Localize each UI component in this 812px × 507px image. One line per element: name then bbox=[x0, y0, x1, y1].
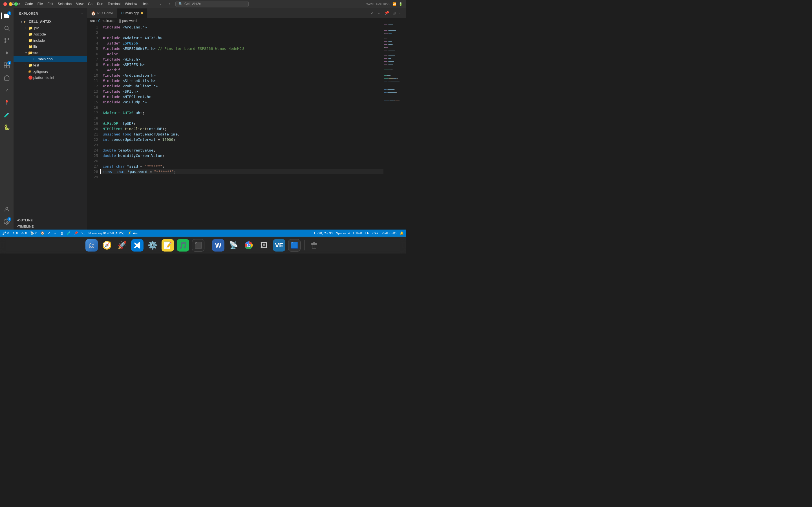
sidebar-item-gitignore[interactable]: ◉ .gitignore bbox=[13, 68, 87, 74]
sidebar-item-include[interactable]: › 📁 include bbox=[13, 37, 87, 43]
dock-chrome[interactable] bbox=[242, 239, 255, 252]
outline-header[interactable]: › Outline bbox=[13, 217, 87, 223]
status-spaces[interactable]: Spaces: 4 bbox=[336, 231, 350, 235]
close-button[interactable] bbox=[3, 2, 7, 6]
dock-vscode[interactable] bbox=[131, 239, 144, 252]
activity-pio-home[interactable] bbox=[1, 72, 12, 83]
status-encoding[interactable]: UTF-8 bbox=[353, 231, 362, 235]
dock-word[interactable]: W bbox=[212, 239, 225, 252]
status-line-ending[interactable]: LF bbox=[365, 231, 369, 235]
unsaved-dot bbox=[141, 12, 143, 14]
activity-explorer[interactable]: 1 bbox=[1, 10, 12, 21]
dock-teamviewer[interactable]: 📡 bbox=[227, 239, 240, 252]
svg-rect-8 bbox=[4, 66, 6, 68]
line-number: 9 bbox=[89, 67, 98, 73]
activity-pio-checkmark[interactable]: ✓ bbox=[1, 84, 12, 96]
sidebar-item-vscode[interactable]: › 📁 .vscode bbox=[13, 31, 87, 37]
symbol-icon: {} bbox=[119, 19, 121, 23]
tab-pio-home[interactable]: 🏠 PIO Home bbox=[87, 8, 117, 18]
tab-main-cpp[interactable]: C main.cpp bbox=[117, 8, 147, 18]
dock-terminal[interactable]: ⬛ bbox=[192, 239, 205, 252]
menu-run[interactable]: Run bbox=[95, 0, 105, 8]
status-ln-col[interactable]: Ln 28, Col 30 bbox=[314, 231, 333, 235]
code-line: #include <WiFiUdp.h> bbox=[100, 100, 384, 105]
dock-finder[interactable]: 🗂 bbox=[85, 239, 98, 252]
status-term[interactable]: >_ bbox=[82, 231, 85, 235]
dock-safari[interactable]: 🧭 bbox=[100, 239, 113, 252]
sidebar-item-pio[interactable]: › 📁 .pio bbox=[13, 25, 87, 31]
activity-accounts[interactable] bbox=[1, 204, 12, 215]
dock-trash[interactable]: 🗑 bbox=[308, 239, 321, 252]
code-line: WiFiUDP ntpUDP; bbox=[100, 121, 384, 126]
nav-back-button[interactable]: ‹ bbox=[157, 1, 164, 7]
status-env[interactable]: ⚙ env:esp01 (Cell_Aht2x) bbox=[88, 231, 124, 235]
dock-spotify[interactable]: 🎵 bbox=[176, 239, 190, 252]
status-platform[interactable]: PlatformIO bbox=[382, 231, 396, 235]
menu-selection[interactable]: Selection bbox=[56, 0, 74, 8]
nav-forward-button[interactable]: › bbox=[166, 1, 173, 7]
breadcrumb-symbol[interactable]: {} password bbox=[119, 19, 137, 23]
menu-edit[interactable]: Edit bbox=[45, 0, 56, 8]
status-checkmark[interactable]: ✓ bbox=[48, 231, 50, 235]
activity-beaker[interactable]: 🧪 bbox=[1, 109, 12, 121]
status-lang[interactable]: C++ bbox=[372, 231, 378, 235]
sidebar-item-maincpp[interactable]: C main.cpp bbox=[13, 56, 87, 62]
breadcrumb-file-text: main.cpp bbox=[102, 19, 116, 23]
status-beaker[interactable]: 🧪 bbox=[67, 231, 71, 235]
activity-search[interactable] bbox=[1, 22, 12, 34]
timeline-header[interactable]: › Timeline bbox=[13, 223, 87, 230]
dock-notes[interactable]: 📝 bbox=[161, 239, 174, 252]
status-trash[interactable]: 🗑 bbox=[60, 231, 63, 235]
code-content[interactable]: #include <Arduino.h> #include <Adafruit_… bbox=[100, 24, 384, 230]
breadcrumb-file[interactable]: C main.cpp bbox=[98, 19, 115, 23]
menu-help[interactable]: Help bbox=[139, 0, 151, 8]
mstsc-icon: 🟦 bbox=[288, 239, 301, 251]
sidebar-more-button[interactable]: ··· bbox=[79, 11, 84, 16]
breadcrumb-src[interactable]: src bbox=[90, 19, 95, 23]
split-editor-button[interactable]: ⊞ bbox=[391, 10, 397, 16]
activity-extensions[interactable]: 1 bbox=[1, 60, 12, 71]
sidebar-item-platformio-ini[interactable]: 🔴 platformio.ini bbox=[13, 74, 87, 80]
env-label: env:esp01 (Cell_Aht2x) bbox=[92, 231, 124, 235]
sidebar-item-lib[interactable]: › 📁 lib bbox=[13, 43, 87, 50]
menu-terminal[interactable]: Terminal bbox=[105, 0, 123, 8]
status-pin[interactable]: 📌 bbox=[74, 231, 78, 235]
checkmark-button[interactable]: ✓ bbox=[370, 10, 375, 16]
status-build[interactable]: ⚡ Auto bbox=[128, 231, 139, 235]
code-line: #include <PubSubClient.h> bbox=[100, 83, 384, 89]
status-errors[interactable]: ✗ 0 bbox=[12, 231, 18, 235]
activity-source-control[interactable] bbox=[1, 35, 12, 46]
dock-mstsc[interactable]: 🟦 bbox=[288, 239, 301, 252]
tree-root[interactable]: ▾ ▾ CELL_AHT2X bbox=[13, 18, 87, 25]
dock-vnc[interactable]: VE bbox=[273, 239, 286, 252]
menu-code[interactable]: Code bbox=[22, 0, 35, 8]
more-actions-button[interactable]: ··· bbox=[398, 10, 404, 16]
menu-window[interactable]: Window bbox=[123, 0, 139, 8]
activity-pio-pin[interactable]: 📍 bbox=[1, 97, 12, 108]
tree-root-label: CELL_AHT2X bbox=[29, 20, 52, 24]
sidebar-item-test[interactable]: › 📁 test bbox=[13, 62, 87, 68]
activity-python[interactable]: 🐍 bbox=[1, 122, 12, 133]
code-line: double humidityCurrentValue; bbox=[100, 153, 384, 158]
status-arrow[interactable]: → bbox=[54, 231, 57, 235]
status-radio[interactable]: 📡 0 bbox=[30, 231, 37, 235]
title-search-box[interactable]: 🔍 Cell_Aht2x bbox=[175, 1, 249, 7]
status-bell[interactable]: 🔔 bbox=[400, 231, 404, 235]
chevron-down-button[interactable]: ⌄ bbox=[376, 10, 382, 16]
menu-view[interactable]: View bbox=[74, 0, 86, 8]
menu-file[interactable]: File bbox=[35, 0, 45, 8]
code-line: const char *password = "*******"; bbox=[100, 169, 384, 174]
minimap[interactable] bbox=[384, 24, 406, 230]
dock-system-prefs[interactable]: ⚙️ bbox=[146, 239, 159, 252]
activity-settings[interactable]: 1 bbox=[1, 216, 12, 227]
status-home[interactable]: 🏠 bbox=[41, 231, 45, 235]
activity-run-debug[interactable] bbox=[1, 47, 12, 59]
dock-preview[interactable]: 🖼 bbox=[257, 239, 270, 252]
code-line: #include <SPIFFS.h> bbox=[100, 62, 384, 67]
sidebar-item-src[interactable]: ▾ 📂 src bbox=[13, 50, 87, 56]
dock-launchpad[interactable]: 🚀 bbox=[116, 239, 129, 252]
status-warnings[interactable]: ⚠ 0 bbox=[21, 231, 27, 235]
status-branch[interactable]: 0 bbox=[2, 231, 9, 235]
pin-button[interactable]: 📌 bbox=[383, 10, 390, 16]
menu-go[interactable]: Go bbox=[86, 0, 95, 8]
